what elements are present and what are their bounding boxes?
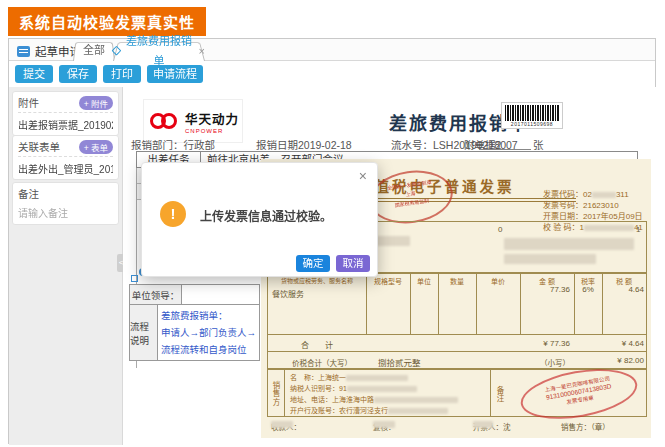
cancel-button[interactable]: 取消 [336, 255, 370, 272]
remarks-input[interactable] [18, 208, 113, 219]
logo-name: 华天动力 [185, 109, 239, 128]
sidebar: 附件 + 附件 出差报销票据_20190219j... 关联表单 + 表单 出差… [9, 87, 123, 445]
grand-total-words: 捌拾贰元整 [378, 356, 421, 368]
barcode-number: 2017011509698 [505, 121, 559, 127]
seller-stamp: 上海一星巴克咖啡有限公司 91310000607413803D 发票专用章 [517, 361, 641, 427]
invoice-item-table: 货物或应税劳务、服务名称 规格型号 单位 数量 单价 金 额 税率 税 额 餐饮… [267, 273, 647, 335]
flow-desc-line2: 流程流转和自身岗位 [161, 341, 256, 358]
tab-bar: 起草申请 全部 差旅费用报销单 × [9, 39, 655, 61]
approval-table: 单位领导： 流程说明 差旅费报销单： 申请人→部门负责人→ 流程流转和自身岗位 [129, 284, 260, 361]
flow-desc-line1: 申请人→部门负责人→ [161, 324, 256, 341]
invoice-grand-total-row: 价税合计（大写） 捌拾贰元整 （小写） ¥ 82.00 [267, 352, 647, 369]
submit-button[interactable]: 提交 [15, 65, 53, 83]
validation-dialog: × ! 上传发票信息通过校验。 确定 取消 [141, 162, 378, 277]
attach-underline [479, 149, 531, 150]
leader-label: 单位领导： [130, 285, 182, 304]
item-tax: 4.64 [602, 285, 644, 294]
flow-doc-link[interactable]: 差旅费报销单： [161, 307, 256, 324]
barcode-image: 2017011509698 [501, 102, 563, 129]
add-form-badge[interactable]: + 表单 [79, 140, 113, 154]
related-forms-title: 关联表单 [18, 139, 60, 154]
flow-label: 流程说明 [130, 305, 158, 360]
invoice-seller-box: 销售方 名 称：上海统一 纳税人识别号：91 地址、电话：上海淮海中路 开户行及… [267, 369, 647, 417]
dept-field: 报销部门：行政部 [131, 137, 215, 152]
logo-rings-icon [150, 113, 180, 130]
grid-icon [131, 275, 138, 282]
item-amount: 77.36 [520, 285, 570, 294]
date-field: 报销日期2019-02-18 [256, 137, 352, 152]
warning-icon: ! [160, 201, 186, 227]
attach-unit-label: 张 [533, 137, 544, 152]
attachment-file-item[interactable]: 出差报销票据_20190219j... [18, 117, 113, 132]
attachments-card: 附件 + 附件 出差报销票据_20190219j... [12, 91, 119, 136]
tab-all[interactable]: 全部 [73, 40, 115, 61]
draft-icon [17, 46, 30, 57]
barcode-bars [505, 105, 559, 121]
attachments-title: 附件 [18, 95, 39, 110]
close-icon[interactable]: × [199, 41, 205, 61]
dialog-message: 上传发票信息通过校验。 [200, 207, 332, 224]
tag-icon [111, 46, 121, 56]
remarks-card: 备注 [12, 182, 119, 225]
seller-details: 名 称：上海统一 纳税人识别号：91 地址、电话：上海淮海中路 开户行及账号：农… [290, 372, 458, 416]
save-button[interactable]: 保存 [59, 65, 97, 83]
related-forms-card: 关联表单 + 表单 出差外出_管理员_2019... [12, 135, 119, 180]
invoice-total-row: 合 计 ¥ 77.36 ¥ 4.64 [267, 335, 647, 352]
grand-total-value: ¥ 82.00 [598, 356, 644, 365]
add-attachment-badge[interactable]: + 附件 [79, 96, 113, 110]
note-label: 备注 [494, 378, 505, 410]
draft-application-label[interactable]: 起草申请 [17, 43, 81, 59]
seller-label: 销售方 [270, 374, 281, 414]
remarks-title: 备注 [18, 186, 39, 201]
dialog-close-icon[interactable]: × [359, 168, 367, 184]
leader-value [182, 285, 259, 304]
logo-subtitle: CNPOWER [185, 128, 239, 134]
col-header-name: 货物或应税劳务、服务名称 [270, 276, 364, 285]
related-form-item[interactable]: 出差外出_管理员_2019... [18, 161, 113, 176]
tab-expense-form[interactable]: 差旅费用报销单 × [113, 40, 205, 61]
item-name: 餐饮服务 [272, 288, 304, 299]
item-tax-rate: 6% [574, 285, 602, 294]
confirm-button[interactable]: 确定 [296, 255, 330, 272]
